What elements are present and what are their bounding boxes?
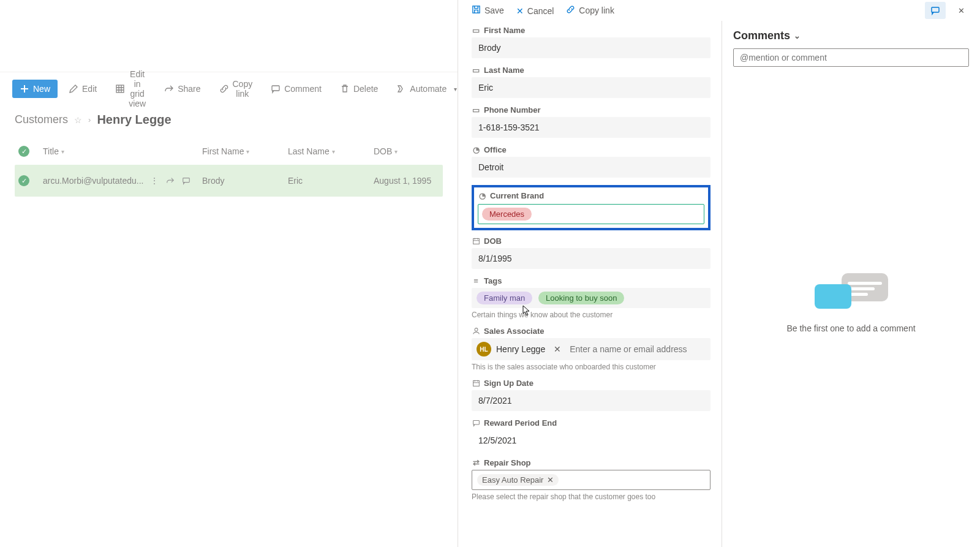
panel-toolbar: Save ✕ Cancel Copy link ✕	[458, 0, 980, 21]
row-share-icon[interactable]	[165, 176, 175, 186]
app-header-blank	[0, 0, 458, 72]
flow-icon	[396, 84, 406, 94]
col-dob[interactable]: DOB▾	[374, 146, 459, 156]
pencil-icon	[69, 84, 78, 94]
chevron-right-icon: ›	[88, 115, 91, 124]
current-brand-field[interactable]: Mercedes	[478, 204, 704, 224]
svg-rect-0	[116, 85, 124, 92]
comments-empty-text: Be the first one to add a comment	[786, 323, 915, 333]
comment-input[interactable]	[733, 48, 969, 67]
new-button-label: New	[33, 84, 50, 94]
table-row[interactable]: ✓ arcu.Morbi@vulputatedu... ⋮ Brody Eric…	[15, 165, 443, 197]
svg-rect-2	[183, 178, 190, 183]
svg-rect-5	[473, 238, 479, 244]
flag-icon	[472, 419, 480, 428]
repair-shop-help: Please select the repair shop that the c…	[472, 492, 710, 501]
edit-button[interactable]: Edit	[61, 80, 104, 98]
panel-save-button[interactable]: Save	[467, 2, 509, 18]
svg-rect-1	[272, 86, 279, 91]
form-column: ▭First Name ▭Last Name ▭Phone Number ◔Of…	[458, 21, 722, 547]
signup-date-field[interactable]	[472, 390, 710, 411]
star-icon[interactable]: ☆	[74, 115, 82, 125]
list-toolbar: New Edit Edit in grid view Share Copy li…	[0, 72, 458, 105]
calendar-icon	[472, 237, 480, 246]
list-icon: ≡	[472, 277, 480, 285]
main-list-area: New Edit Edit in grid view Share Copy li…	[0, 0, 458, 547]
person-picker-input[interactable]	[570, 344, 706, 354]
reward-period-end-field[interactable]	[472, 430, 710, 451]
select-all-check-icon[interactable]: ✓	[18, 146, 29, 157]
delete-button[interactable]: Delete	[333, 80, 385, 98]
sales-associate-help: This is the sales associate who onboarde…	[472, 363, 710, 371]
row-comment-icon[interactable]	[181, 176, 191, 186]
text-field-icon: ▭	[472, 26, 480, 35]
col-first-name[interactable]: First Name▾	[202, 146, 288, 156]
tag-chip[interactable]: Looking to buy soon	[538, 292, 624, 304]
avatar: HL	[477, 342, 491, 356]
brand-chip[interactable]: Mercedes	[482, 208, 532, 221]
panel-close-button[interactable]: ✕	[951, 2, 971, 19]
svg-rect-7	[473, 380, 479, 386]
dob-field[interactable]	[472, 248, 710, 269]
plus-icon	[20, 84, 29, 94]
breadcrumb-root[interactable]: Customers	[15, 113, 68, 126]
repair-shop-chip[interactable]: Easy Auto Repair ✕	[477, 474, 559, 486]
trash-icon	[340, 84, 350, 94]
panel-copy-link-button[interactable]: Copy link	[561, 2, 619, 18]
close-icon: ✕	[516, 6, 524, 16]
breadcrumb-current: Henry Legge	[97, 113, 171, 127]
first-name-field[interactable]	[472, 37, 710, 58]
panel-comments-toggle[interactable]	[925, 2, 946, 19]
person-name: Henry Legge	[496, 344, 545, 354]
row-check-icon[interactable]: ✓	[18, 175, 29, 186]
row-first-name: Brody	[202, 176, 288, 186]
comments-header[interactable]: Comments ⌄	[733, 29, 969, 42]
repair-shop-field[interactable]: Easy Auto Repair ✕	[472, 470, 710, 490]
edit-grid-button[interactable]: Edit in grid view	[108, 65, 153, 113]
row-title: arcu.Morbi@vulputatedu...	[43, 176, 143, 186]
row-dob: August 1, 1995	[374, 176, 459, 186]
panel-cancel-button[interactable]: ✕ Cancel	[511, 4, 559, 18]
grid-icon	[115, 84, 125, 94]
current-brand-highlight: ◔Current Brand Mercedes	[472, 185, 710, 230]
choice-icon: ◔	[472, 146, 480, 154]
comment-icon	[271, 84, 281, 94]
share-icon	[164, 84, 174, 94]
automate-button[interactable]: Automate ▾	[389, 80, 467, 98]
svg-point-6	[475, 328, 478, 331]
col-last-name[interactable]: Last Name▾	[288, 146, 374, 156]
col-title[interactable]: Title▾	[43, 146, 202, 156]
row-actions: ⋮	[149, 176, 191, 186]
breadcrumb: Customers ☆ › Henry Legge	[0, 105, 458, 138]
item-details-panel: Save ✕ Cancel Copy link ✕ ▭First Name	[458, 0, 980, 547]
comments-illustration-icon	[815, 272, 888, 315]
tags-help: Certain things we know about the custome…	[472, 311, 710, 319]
chevron-down-icon: ⌄	[794, 31, 801, 40]
svg-rect-8	[473, 420, 479, 424]
copy-link-button[interactable]: Copy link	[212, 75, 260, 103]
svg-rect-3	[473, 6, 480, 13]
remove-person-icon[interactable]: ✕	[550, 344, 565, 354]
office-field[interactable]	[472, 157, 710, 178]
link-icon	[219, 84, 229, 94]
phone-field[interactable]	[472, 117, 710, 138]
new-button[interactable]: New	[12, 80, 58, 98]
share-button[interactable]: Share	[157, 80, 208, 98]
tag-chip[interactable]: Family man	[477, 292, 532, 304]
sales-associate-field[interactable]: HL Henry Legge ✕	[472, 338, 710, 360]
tags-field[interactable]: Family man Looking to buy soon	[472, 288, 710, 308]
calendar-icon	[472, 379, 480, 388]
row-more-icon[interactable]: ⋮	[149, 176, 159, 186]
comments-column: Comments ⌄ Be the first one to add a com…	[722, 21, 980, 547]
table-header: ✓ Title▾ First Name▾ Last Name▾ DOB▾	[15, 138, 443, 165]
link-icon	[566, 5, 575, 16]
choice-icon: ◔	[478, 192, 486, 200]
text-field-icon: ▭	[472, 66, 480, 75]
row-last-name: Eric	[288, 176, 374, 186]
remove-chip-icon[interactable]: ✕	[547, 475, 554, 485]
svg-rect-4	[932, 7, 939, 12]
lookup-icon: ⇄	[472, 459, 480, 467]
last-name-field[interactable]	[472, 77, 710, 98]
comments-empty-state: Be the first one to add a comment	[733, 67, 969, 538]
comment-button[interactable]: Comment	[263, 80, 329, 98]
